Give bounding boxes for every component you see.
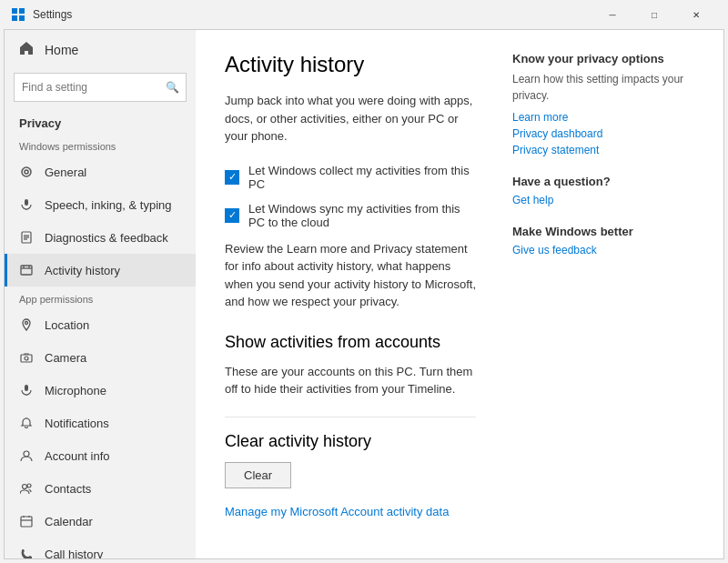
camera-icon bbox=[19, 350, 34, 365]
sidebar-item-microphone[interactable]: Microphone bbox=[5, 374, 196, 407]
svg-point-21 bbox=[24, 451, 29, 457]
svg-point-23 bbox=[27, 484, 31, 488]
show-activities-heading: Show activities from accounts bbox=[225, 333, 476, 352]
checkbox-row-2: Let Windows sync my activities from this… bbox=[225, 202, 476, 229]
privacy-dashboard-link[interactable]: Privacy dashboard bbox=[512, 127, 694, 140]
app-icon bbox=[11, 7, 25, 22]
notifications-label: Notifications bbox=[45, 417, 109, 430]
svg-rect-0 bbox=[12, 8, 17, 14]
know-privacy-description: Learn how this setting impacts your priv… bbox=[512, 71, 694, 104]
svg-point-5 bbox=[25, 170, 28, 174]
svg-point-16 bbox=[25, 322, 28, 325]
speech-icon bbox=[19, 197, 34, 212]
give-feedback-link[interactable]: Give us feedback bbox=[512, 244, 694, 256]
windows-permissions-label: Windows permissions bbox=[5, 134, 196, 156]
review-text: Review the Learn more and Privacy statem… bbox=[225, 240, 476, 311]
call-history-icon bbox=[19, 547, 34, 558]
home-icon bbox=[19, 41, 34, 58]
window-title: Settings bbox=[33, 8, 592, 21]
page-title: Activity history bbox=[225, 52, 476, 77]
svg-point-18 bbox=[25, 357, 28, 360]
learn-more-link[interactable]: Learn more bbox=[512, 111, 694, 124]
manage-link[interactable]: Manage my Microsoft Account activity dat… bbox=[225, 505, 449, 518]
svg-rect-12 bbox=[21, 266, 32, 275]
sidebar-item-contacts[interactable]: Contacts bbox=[5, 472, 196, 505]
titlebar: Settings ─ □ ✕ bbox=[0, 0, 728, 29]
app-permissions-label: App permissions bbox=[5, 287, 196, 308]
microphone-label: Microphone bbox=[45, 384, 106, 397]
sidebar: Home 🔍 Privacy Windows permissions Gener… bbox=[5, 30, 196, 558]
sidebar-item-notifications[interactable]: Notifications bbox=[5, 407, 196, 439]
sidebar-item-activity-history[interactable]: Activity history bbox=[5, 254, 196, 287]
sidebar-item-location[interactable]: Location bbox=[5, 308, 196, 341]
sidebar-item-calendar[interactable]: Calendar bbox=[5, 505, 196, 538]
clear-button[interactable]: Clear bbox=[225, 462, 291, 488]
checkbox-collect-label: Let Windows collect my activities from t… bbox=[248, 164, 476, 191]
search-icon: 🔍 bbox=[166, 81, 179, 94]
search-input[interactable] bbox=[14, 73, 187, 102]
sidebar-item-home[interactable]: Home bbox=[5, 30, 196, 69]
activity-history-label: Activity history bbox=[45, 264, 120, 277]
svg-rect-1 bbox=[19, 8, 25, 14]
contacts-icon bbox=[19, 481, 34, 496]
general-label: General bbox=[45, 166, 86, 179]
sidebar-item-account-info[interactable]: Account info bbox=[5, 439, 196, 472]
contacts-label: Contacts bbox=[45, 482, 91, 496]
get-help-link[interactable]: Get help bbox=[512, 194, 694, 206]
svg-rect-6 bbox=[25, 199, 28, 206]
sidebar-item-diagnostics[interactable]: Diagnostics & feedback bbox=[5, 221, 196, 254]
general-icon bbox=[19, 165, 34, 179]
sidebar-item-general[interactable]: General bbox=[5, 156, 196, 188]
microphone-icon bbox=[19, 383, 34, 397]
minimize-button[interactable]: ─ bbox=[592, 0, 633, 29]
privacy-label: Privacy bbox=[5, 109, 196, 134]
svg-rect-19 bbox=[25, 385, 28, 391]
privacy-statement-link[interactable]: Privacy statement bbox=[512, 144, 694, 156]
svg-rect-24 bbox=[21, 517, 32, 527]
diagnostics-icon bbox=[19, 230, 34, 245]
activity-icon bbox=[19, 263, 34, 277]
main-left: Activity history Jump back into what you… bbox=[225, 52, 476, 537]
page-description: Jump back into what you were doing with … bbox=[225, 92, 476, 146]
account-info-label: Account info bbox=[45, 449, 110, 463]
svg-rect-17 bbox=[21, 355, 32, 362]
search-container: 🔍 bbox=[14, 73, 187, 102]
svg-rect-3 bbox=[19, 15, 25, 21]
sidebar-right: Know your privacy options Learn how this… bbox=[512, 52, 694, 537]
checkbox-sync-label: Let Windows sync my activities from this… bbox=[248, 202, 476, 229]
calendar-label: Calendar bbox=[45, 515, 93, 528]
close-button[interactable]: ✕ bbox=[675, 0, 717, 29]
sidebar-item-speech[interactable]: Speech, inking, & typing bbox=[5, 188, 196, 221]
svg-point-4 bbox=[22, 167, 31, 176]
checkbox-collect[interactable] bbox=[225, 170, 239, 185]
diagnostics-label: Diagnostics & feedback bbox=[45, 231, 168, 245]
location-icon bbox=[19, 317, 34, 332]
checkbox-row-1: Let Windows collect my activities from t… bbox=[225, 164, 476, 191]
clear-section-title: Clear activity history bbox=[225, 432, 476, 451]
call-history-label: Call history bbox=[45, 548, 103, 559]
question-title: Have a question? bbox=[512, 175, 694, 188]
make-better-title: Make Windows better bbox=[512, 225, 694, 238]
account-icon bbox=[19, 448, 34, 463]
maximize-button[interactable]: □ bbox=[633, 0, 675, 29]
camera-label: Camera bbox=[45, 351, 86, 365]
svg-rect-2 bbox=[12, 15, 17, 21]
app-container: Home 🔍 Privacy Windows permissions Gener… bbox=[4, 29, 724, 559]
main-content: Activity history Jump back into what you… bbox=[196, 30, 723, 558]
svg-point-22 bbox=[23, 485, 27, 489]
notifications-icon bbox=[19, 416, 34, 430]
location-label: Location bbox=[45, 318, 89, 332]
sidebar-item-call-history[interactable]: Call history bbox=[5, 538, 196, 558]
checkbox-sync[interactable] bbox=[225, 208, 239, 223]
know-privacy-title: Know your privacy options bbox=[512, 52, 694, 65]
show-activities-description: These are your accounts on this PC. Turn… bbox=[225, 363, 476, 398]
calendar-icon bbox=[19, 514, 34, 528]
home-label: Home bbox=[45, 43, 78, 57]
divider bbox=[225, 417, 476, 417]
window-controls: ─ □ ✕ bbox=[592, 0, 717, 29]
sidebar-item-camera[interactable]: Camera bbox=[5, 341, 196, 374]
speech-label: Speech, inking, & typing bbox=[45, 198, 171, 212]
